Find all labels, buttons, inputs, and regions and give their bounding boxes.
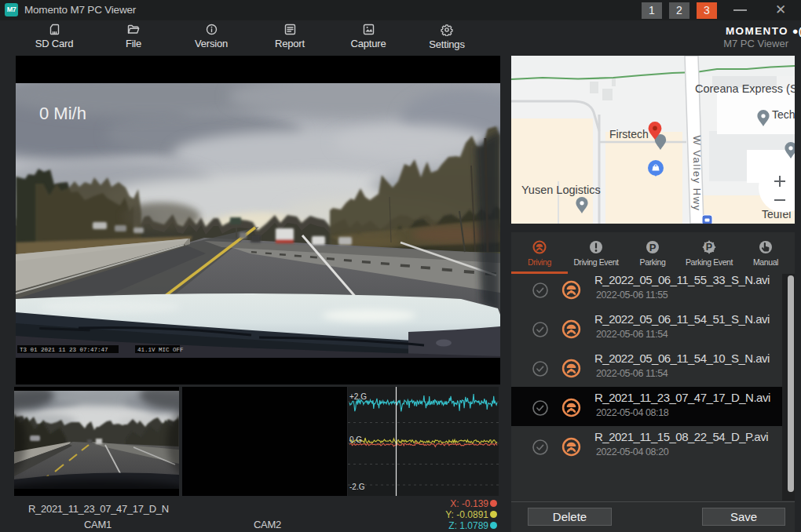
svg-text:Coreana Express (Se: Coreana Express (Se xyxy=(695,82,795,95)
svg-text:P: P xyxy=(706,242,712,253)
svg-text:0.G: 0.G xyxy=(349,435,362,444)
svg-text:W Valley Hwy: W Valley Hwy xyxy=(691,135,703,211)
svg-text:0 Mi/h: 0 Mi/h xyxy=(39,104,86,123)
svg-text:-2.G: -2.G xyxy=(349,483,365,491)
svg-text:Tech: Tech xyxy=(772,108,795,121)
svg-text:+2.G: +2.G xyxy=(349,392,367,401)
svg-text:P: P xyxy=(649,242,657,253)
svg-text:41.1V MIC OFF: 41.1V MIC OFF xyxy=(137,347,184,353)
svg-text:T3 01 2021 11 23 07:47:47: T3 01 2021 11 23 07:47:47 xyxy=(20,347,108,353)
svg-text:Yusen Logistics: Yusen Logistics xyxy=(521,184,601,196)
svg-text:Firstech: Firstech xyxy=(609,128,649,140)
